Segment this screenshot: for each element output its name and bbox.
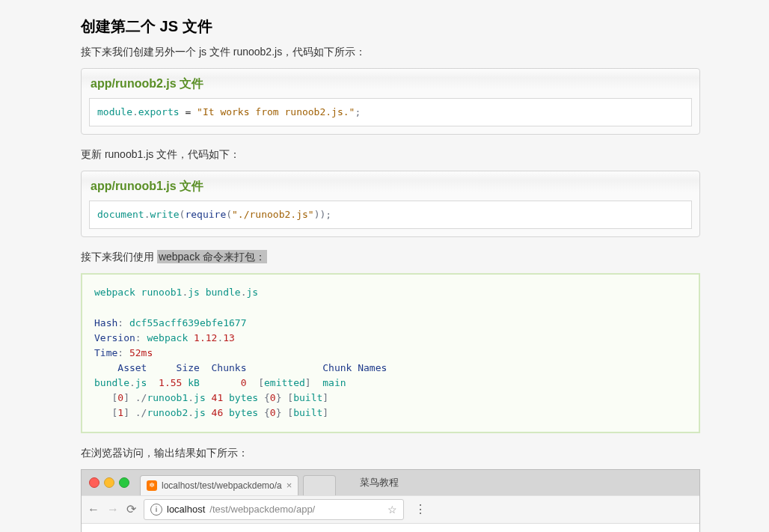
code-token: module: [97, 106, 132, 117]
code-token: (: [226, 209, 232, 220]
code-token: require: [185, 209, 226, 220]
term-token: }: [276, 392, 282, 403]
example-box-runoob2: app/runoob2.js 文件 module.exports = "It w…: [81, 68, 700, 135]
code-token: write: [150, 209, 179, 220]
term-token: [129, 407, 135, 418]
term-token: bytes: [223, 407, 264, 418]
term-token: 52ms: [129, 347, 153, 358]
term-token: 46: [212, 407, 224, 418]
intro-paragraph-3: 接下来我们使用 webpack 命令来打包：: [81, 251, 700, 264]
term-token: [94, 392, 111, 403]
code-block-runoob2: module.exports = "It works from runoob2.…: [89, 98, 692, 126]
term-token: webpack runoob1: [94, 287, 182, 298]
xampp-favicon-icon: ፨: [147, 480, 157, 491]
term-token: .: [188, 392, 194, 403]
code-token: .: [132, 106, 138, 117]
term-token: 41: [212, 392, 224, 403]
tab-ghost-hint: ⠀: [316, 480, 323, 491]
example-box-runoob1: app/runoob1.js 文件 document.write(require…: [81, 171, 700, 237]
term-token: 1: [117, 407, 123, 418]
window-controls: [89, 477, 129, 488]
term-token: }: [276, 407, 282, 418]
term-token: {: [264, 407, 270, 418]
term-token: ]: [123, 407, 129, 418]
selected-text: webpack 命令来打包：: [157, 250, 267, 263]
term-token: [: [258, 377, 264, 388]
term-token: 0: [270, 392, 276, 403]
term-token: Version: [94, 332, 135, 343]
term-token: runoob1: [147, 392, 188, 403]
term-token: [94, 407, 111, 418]
code-token: =: [180, 106, 197, 117]
term-token: [: [287, 407, 293, 418]
term-token: .: [129, 377, 135, 388]
browser-tab-inactive[interactable]: ⠀: [303, 475, 336, 495]
browser-tab-label: 菜鸟教程: [360, 476, 399, 489]
code-block-runoob1: document.write(require("./runoob2.js"));: [89, 201, 692, 229]
term-token: [: [287, 392, 293, 403]
term-token: [123, 347, 129, 358]
term-token: main: [311, 377, 346, 388]
term-token: js: [194, 407, 211, 418]
forward-icon: →: [107, 503, 119, 516]
minimize-window-icon[interactable]: [104, 477, 114, 488]
maximize-window-icon[interactable]: [119, 477, 129, 488]
code-token: "./runoob2.js": [232, 209, 314, 220]
term-token: [247, 377, 259, 388]
url-host: localhost: [167, 504, 205, 515]
code-token: document: [97, 209, 144, 220]
term-token: bytes: [223, 392, 264, 403]
browser-tab-strip: ፨ localhost/test/webpackdemo/a × ⠀ 菜鸟教程: [82, 470, 699, 495]
tab-title: localhost/test/webpackdemo/a: [162, 480, 282, 491]
term-token: 1.12: [194, 332, 217, 343]
intro-paragraph-2: 更新 runoob1.js 文件，代码如下：: [81, 148, 700, 162]
term-token: kB: [182, 377, 240, 388]
term-token: [129, 392, 135, 403]
browser-tab-active[interactable]: ፨ localhost/test/webpackdemo/a ×: [140, 475, 298, 495]
term-token: ]: [322, 392, 328, 403]
term-token: ]: [305, 377, 311, 388]
term-token: :: [117, 317, 123, 328]
browser-screenshot: ፨ localhost/test/webpackdemo/a × ⠀ 菜鸟教程 …: [81, 469, 700, 532]
browser-viewport: It works from runoob2.js.: [82, 524, 699, 532]
url-path: /test/webpackdemo/app/: [209, 504, 315, 515]
close-tab-icon[interactable]: ×: [287, 480, 292, 491]
term-token: built: [293, 392, 322, 403]
term-token: js: [194, 392, 211, 403]
term-token: :: [135, 332, 141, 343]
term-token: 0: [270, 407, 276, 418]
term-token: 0: [241, 377, 247, 388]
term-token: built: [293, 407, 322, 418]
term-token: .: [188, 407, 194, 418]
term-token: emitted: [264, 377, 305, 388]
term-token: Time: [94, 347, 117, 358]
back-icon[interactable]: ←: [88, 503, 99, 516]
address-bar[interactable]: i localhost/test/webpackdemo/app/ ☆: [144, 499, 404, 520]
term-token: 0: [117, 392, 123, 403]
reload-icon[interactable]: ⟳: [126, 502, 136, 516]
code-token: ;: [355, 106, 361, 117]
code-token: ));: [314, 209, 331, 220]
site-info-icon[interactable]: i: [150, 504, 162, 516]
code-token: exports: [138, 106, 180, 117]
term-token: runoob2: [147, 407, 188, 418]
example-title: app/runoob2.js 文件: [91, 76, 692, 92]
code-token: "It works from runoob2.js.": [197, 106, 355, 117]
intro-paragraph-1: 接下来我们创建另外一个 js 文件 runoob2.js，代码如下所示：: [81, 46, 700, 59]
term-token: :: [117, 347, 123, 358]
close-window-icon[interactable]: [89, 477, 99, 488]
terminal-output: webpack runoob1.js bundle.js Hash: dcf55…: [81, 273, 700, 432]
term-token: Asset Size Chunks Chunk Names: [94, 362, 387, 373]
bookmark-star-icon[interactable]: ☆: [387, 504, 397, 516]
term-token: ]: [322, 407, 328, 418]
section-heading: 创建第二个 JS 文件: [81, 16, 700, 37]
term-token: js: [247, 287, 259, 298]
term-token: dcf55acff639ebfe1677: [123, 317, 246, 328]
menu-icon[interactable]: ⋮: [411, 502, 429, 516]
term-token: 1.55: [159, 377, 182, 388]
term-token: ./: [135, 407, 147, 418]
text-run: 接下来我们使用: [81, 251, 157, 263]
term-token: webpack: [141, 332, 194, 343]
term-token: js: [135, 377, 159, 388]
term-token: bundle: [94, 377, 129, 388]
